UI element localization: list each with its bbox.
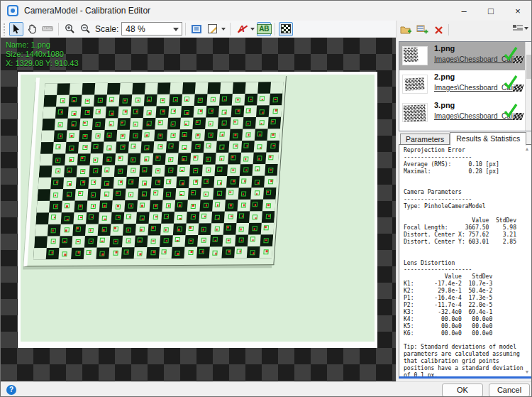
maximize-button[interactable]: □ <box>477 1 504 21</box>
corner-marker <box>270 119 275 124</box>
help-button[interactable]: ? <box>6 385 16 395</box>
corner-marker <box>84 99 89 104</box>
marker-dot <box>257 169 259 171</box>
marker-dot <box>97 135 99 137</box>
marker-dot <box>145 159 148 161</box>
footer-bar: ? OK Cancel <box>1 381 531 397</box>
add-folder-button[interactable] <box>415 23 429 37</box>
corner-marker <box>155 168 160 173</box>
chevron-down-icon[interactable] <box>173 28 179 31</box>
background-dropdown-arrow[interactable] <box>221 28 226 31</box>
marker-dot <box>122 146 124 148</box>
cancel-button[interactable]: Cancel <box>489 384 530 397</box>
crossed-a-icon: A <box>238 24 245 33</box>
corner-marker <box>243 168 248 173</box>
image-viewport[interactable]: Name: 1.png Size: 1440x1080 X: 1329.08 Y… <box>1 38 396 381</box>
corner-marker <box>241 192 246 197</box>
list-item[interactable]: 3.png Images\Chessboard_Cali... <box>399 99 531 127</box>
corner-marker <box>195 144 200 149</box>
minimize-button[interactable]: – <box>450 1 477 21</box>
corner-marker <box>115 191 120 196</box>
corner-marker <box>174 237 179 242</box>
marker-dot <box>216 229 218 231</box>
main-toolbar: Scale: 48 % A AB <box>1 21 396 38</box>
marker-dot <box>67 219 69 221</box>
marker-dot <box>228 239 230 241</box>
add-images-button[interactable] <box>399 23 413 37</box>
corner-marker <box>101 227 106 232</box>
ok-button[interactable]: OK <box>442 384 483 397</box>
marker-dot <box>133 146 135 148</box>
corner-marker <box>67 168 72 173</box>
corner-marker <box>237 249 242 254</box>
pan-tool-button[interactable] <box>25 22 39 36</box>
corner-marker <box>270 143 275 148</box>
background-mode-button[interactable] <box>205 22 219 36</box>
scroll-up-icon[interactable]: ▲ <box>523 146 531 153</box>
corner-marker <box>206 143 211 148</box>
calibrated-status-icon <box>506 48 523 65</box>
corner-marker <box>257 156 262 161</box>
list-item[interactable]: 2.png Images\Chessboard_Cali... <box>399 70 531 99</box>
corner-marker <box>179 167 184 172</box>
show-grid-toggle[interactable] <box>279 22 293 36</box>
results-textbox[interactable]: Reprojection Error -------------------- … <box>399 144 532 379</box>
marker-dot <box>261 99 263 101</box>
marker-dot <box>213 99 215 101</box>
marker-dot <box>235 134 237 136</box>
corner-marker <box>201 238 206 243</box>
marker-dot <box>70 159 72 161</box>
close-button[interactable]: × <box>504 1 531 21</box>
corner-marker <box>104 180 109 185</box>
fit-to-window-button[interactable] <box>189 22 204 36</box>
calibration-photo <box>18 72 377 348</box>
annotations-dropdown-arrow[interactable] <box>250 28 255 31</box>
zoom-in-button[interactable] <box>62 22 77 36</box>
show-labels-toggle[interactable]: AB <box>257 22 271 36</box>
marker-dot <box>255 217 257 219</box>
marker-dot <box>148 99 150 102</box>
thumbnail <box>402 103 428 122</box>
corner-marker <box>182 132 187 137</box>
corner-marker <box>65 203 70 208</box>
marker-dot <box>157 170 159 172</box>
toolbar-grip[interactable] <box>3 23 6 36</box>
image-name: 4.png <box>434 129 455 131</box>
corner-marker <box>263 225 268 230</box>
corner-marker <box>82 134 87 139</box>
tab-results-statistics[interactable]: Results & Statistics <box>450 132 526 146</box>
marker-dot <box>84 146 87 148</box>
marker-dot <box>270 180 272 182</box>
scroll-down-icon[interactable]: ▼ <box>523 369 531 376</box>
annotations-off-button[interactable]: A <box>234 22 248 36</box>
corner-marker <box>197 109 202 114</box>
list-scrollbar[interactable] <box>525 42 531 131</box>
marker-dot <box>55 206 57 208</box>
toolbar-separator <box>185 23 186 36</box>
measure-tool-button[interactable] <box>40 22 55 36</box>
corner-marker <box>263 249 268 254</box>
corner-marker <box>77 205 82 210</box>
list-item[interactable]: 4.png Images\Chessboard_Cali... <box>399 127 531 131</box>
marker-dot <box>200 110 202 112</box>
marker-dot <box>98 111 100 113</box>
corner-marker <box>228 214 233 219</box>
corner-marker <box>91 180 96 185</box>
list-scrollbar-thumb[interactable] <box>526 55 531 79</box>
select-tool-button[interactable] <box>9 22 23 36</box>
list-item[interactable]: 1.png Images\Chessboard_Cali... <box>399 42 531 70</box>
zoom-out-button[interactable] <box>78 22 92 36</box>
corner-marker <box>259 120 264 125</box>
view-mode-dropdown-arrow[interactable] <box>524 27 528 30</box>
marker-dot <box>127 229 129 232</box>
corner-marker <box>53 193 58 198</box>
marker-dot <box>270 169 272 171</box>
scale-combobox[interactable]: 48 % <box>121 22 182 36</box>
results-scrollbar[interactable]: ▲ ▼ <box>523 145 531 376</box>
marker-dot <box>133 170 135 172</box>
remove-image-button[interactable] <box>431 23 445 37</box>
marker-dot <box>146 134 148 136</box>
corner-marker <box>120 134 125 138</box>
marker-dot <box>187 112 189 114</box>
view-mode-icon[interactable] <box>513 24 523 32</box>
